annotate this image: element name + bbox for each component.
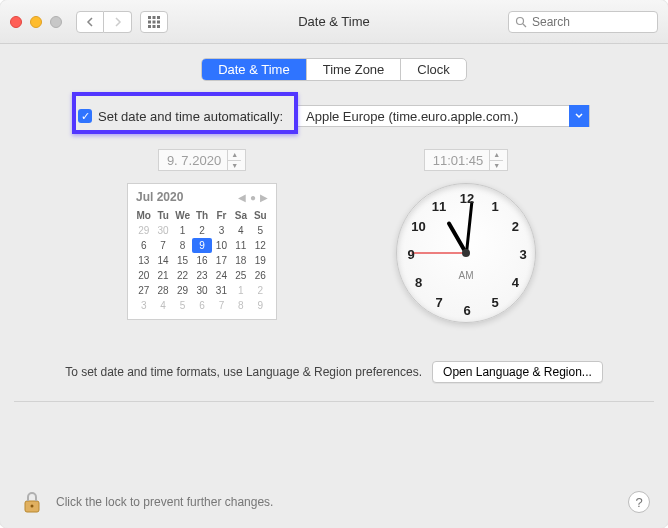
- calendar-day[interactable]: 30: [192, 283, 211, 298]
- calendar-day[interactable]: 9: [251, 298, 270, 313]
- calendar-day[interactable]: 6: [192, 298, 211, 313]
- calendar-day[interactable]: 25: [231, 268, 250, 283]
- calendar-day[interactable]: 19: [251, 253, 270, 268]
- show-all-button[interactable]: [140, 11, 168, 33]
- tab-date-time[interactable]: Date & Time: [202, 59, 307, 80]
- divider: [14, 401, 654, 402]
- minimize-window-button[interactable]: [30, 16, 42, 28]
- calendar-day[interactable]: 17: [212, 253, 231, 268]
- calendar-day[interactable]: 3: [212, 223, 231, 238]
- calendar-day[interactable]: 4: [153, 298, 172, 313]
- clock-number: 8: [415, 275, 422, 290]
- calendar-day[interactable]: 2: [192, 223, 211, 238]
- svg-rect-3: [148, 20, 151, 23]
- calendar-day[interactable]: 16: [192, 253, 211, 268]
- svg-rect-1: [153, 16, 156, 19]
- calendar-day[interactable]: 13: [134, 253, 153, 268]
- calendar-day[interactable]: 7: [153, 238, 172, 253]
- calendar-day[interactable]: 28: [153, 283, 172, 298]
- search-icon: [515, 16, 527, 28]
- calendar-day[interactable]: 15: [173, 253, 192, 268]
- svg-point-12: [31, 505, 34, 508]
- date-stepper[interactable]: ▲▼: [227, 149, 241, 171]
- time-stepper[interactable]: ▲▼: [489, 149, 503, 171]
- forward-button[interactable]: [104, 11, 132, 33]
- formats-note-row: To set date and time formats, use Langua…: [0, 361, 668, 383]
- clock-number: 5: [491, 295, 498, 310]
- back-button[interactable]: [76, 11, 104, 33]
- calendar-day[interactable]: 12: [251, 238, 270, 253]
- calendar-day[interactable]: 24: [212, 268, 231, 283]
- calendar-day[interactable]: 3: [134, 298, 153, 313]
- calendar-day[interactable]: 8: [173, 238, 192, 253]
- clock-number: 3: [519, 247, 526, 262]
- calendar-day[interactable]: 27: [134, 283, 153, 298]
- calendar-day[interactable]: 5: [173, 298, 192, 313]
- calendar-day[interactable]: 1: [231, 283, 250, 298]
- calendar-day[interactable]: 5: [251, 223, 270, 238]
- calendar-day[interactable]: 4: [231, 223, 250, 238]
- lock-row: Click the lock to prevent further change…: [0, 488, 668, 516]
- clock-number: 7: [435, 295, 442, 310]
- tab-time-zone[interactable]: Time Zone: [307, 59, 402, 80]
- calendar-prev-icon[interactable]: ◀: [238, 192, 246, 203]
- clock-number: 1: [491, 198, 498, 213]
- help-button[interactable]: ?: [628, 491, 650, 513]
- time-server-select[interactable]: Apple Europe (time.euro.apple.com.): [297, 105, 590, 127]
- calendar-day[interactable]: 22: [173, 268, 192, 283]
- lock-text: Click the lock to prevent further change…: [56, 495, 273, 509]
- lock-icon[interactable]: [18, 488, 46, 516]
- calendar[interactable]: Jul 2020 ◀ ● ▶ MoTuWeThFrSaSu29301234567…: [127, 183, 277, 320]
- calendar-day[interactable]: 20: [134, 268, 153, 283]
- calendar-next-icon[interactable]: ▶: [260, 192, 268, 203]
- open-language-region-button[interactable]: Open Language & Region...: [432, 361, 603, 383]
- auto-set-checkbox[interactable]: ✓: [78, 109, 92, 123]
- calendar-day[interactable]: 1: [173, 223, 192, 238]
- auto-set-row: ✓ Set date and time automatically: Apple…: [78, 105, 590, 127]
- calendar-day[interactable]: 8: [231, 298, 250, 313]
- search-field[interactable]: [508, 11, 658, 33]
- svg-rect-0: [148, 16, 151, 19]
- calendar-day[interactable]: 21: [153, 268, 172, 283]
- calendar-day[interactable]: 6: [134, 238, 153, 253]
- calendar-dow: Su: [251, 208, 270, 223]
- calendar-day[interactable]: 30: [153, 223, 172, 238]
- svg-rect-6: [148, 25, 151, 28]
- time-server-value: Apple Europe (time.euro.apple.com.): [306, 109, 518, 124]
- tab-bar: Date & Time Time Zone Clock: [0, 58, 668, 81]
- calendar-day[interactable]: 18: [231, 253, 250, 268]
- calendar-day[interactable]: 23: [192, 268, 211, 283]
- clock-number: 9: [407, 247, 414, 262]
- calendar-day[interactable]: 29: [134, 223, 153, 238]
- clock-number: 4: [512, 275, 519, 290]
- analog-clock: AM 121234567891011: [396, 183, 536, 323]
- calendar-dow: Fr: [212, 208, 231, 223]
- search-input[interactable]: [532, 15, 651, 29]
- calendar-day[interactable]: 10: [212, 238, 231, 253]
- calendar-day[interactable]: 31: [212, 283, 231, 298]
- calendar-dow: We: [173, 208, 192, 223]
- svg-point-9: [517, 17, 524, 24]
- calendar-day[interactable]: 11: [231, 238, 250, 253]
- calendar-today-icon[interactable]: ●: [250, 192, 256, 203]
- calendar-day[interactable]: 14: [153, 253, 172, 268]
- calendar-dow: Tu: [153, 208, 172, 223]
- clock-number: 11: [432, 198, 446, 213]
- window-controls: [10, 16, 62, 28]
- svg-rect-2: [157, 16, 160, 19]
- time-field[interactable]: 11:01:45 ▲▼: [424, 149, 509, 171]
- time-value: 11:01:45: [433, 153, 484, 168]
- calendar-day[interactable]: 26: [251, 268, 270, 283]
- calendar-day[interactable]: 7: [212, 298, 231, 313]
- date-field[interactable]: 9. 7.2020 ▲▼: [158, 149, 246, 171]
- zoom-window-button[interactable]: [50, 16, 62, 28]
- close-window-button[interactable]: [10, 16, 22, 28]
- chevron-down-icon: [569, 105, 589, 127]
- clock-number: 2: [512, 219, 519, 234]
- calendar-day-selected[interactable]: 9: [192, 238, 211, 253]
- titlebar: Date & Time: [0, 0, 668, 44]
- calendar-day[interactable]: 2: [251, 283, 270, 298]
- calendar-dow: Sa: [231, 208, 250, 223]
- calendar-day[interactable]: 29: [173, 283, 192, 298]
- tab-clock[interactable]: Clock: [401, 59, 466, 80]
